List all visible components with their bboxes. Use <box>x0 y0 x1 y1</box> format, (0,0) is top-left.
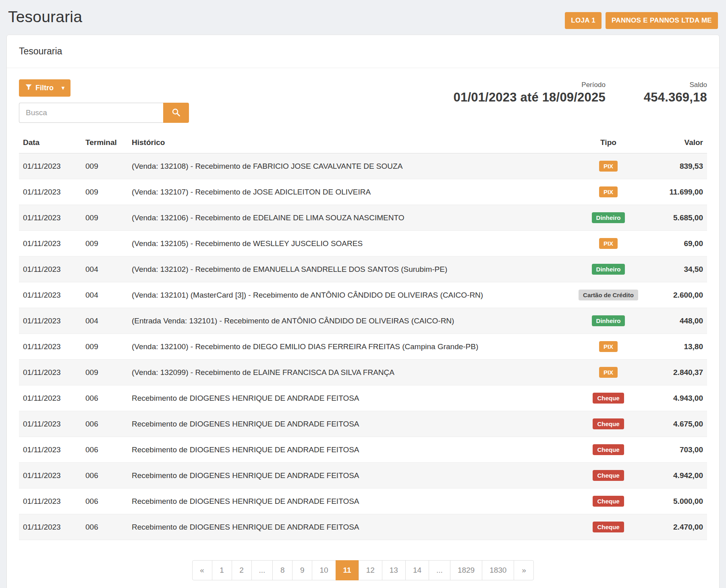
cell-valor: 448,00 <box>651 308 707 334</box>
cell-tipo: Cheque <box>566 489 651 514</box>
tipo-badge: Dinheiro <box>592 315 625 326</box>
tipo-badge: Cheque <box>593 470 624 481</box>
tipo-badge: Cheque <box>593 393 624 404</box>
cell-tipo: PIX <box>566 153 651 179</box>
cell-terminal: 004 <box>81 282 128 308</box>
cell-terminal: 006 <box>81 437 128 463</box>
cell-tipo: Cheque <box>566 411 651 437</box>
table-row: 01/11/2023006Recebimento de DIOGENES HEN… <box>19 463 707 489</box>
cell-historico: (Venda: 132099) - Recebimento de ELAINE … <box>128 360 566 385</box>
cell-terminal: 009 <box>81 179 128 205</box>
cell-historico: (Entrada Venda: 132101) - Recebimento de… <box>128 308 566 334</box>
cell-historico: (Venda: 132102) - Recebimento de EMANUEL… <box>128 257 566 282</box>
tipo-badge: Cheque <box>593 496 624 507</box>
cell-valor: 13,80 <box>651 334 707 360</box>
cell-data: 01/11/2023 <box>19 231 81 257</box>
cell-tipo: Dinheiro <box>566 205 651 231</box>
filters-row: Filtro ▼ Período 01/01/2023 até <box>7 68 719 125</box>
cell-valor: 2.470,00 <box>651 514 707 540</box>
cell-tipo: Cheque <box>566 463 651 489</box>
filter-button[interactable]: Filtro ▼ <box>19 79 71 97</box>
cell-data: 01/11/2023 <box>19 411 81 437</box>
tipo-badge: Dinheiro <box>592 264 625 275</box>
chevron-down-icon: ▼ <box>60 85 66 91</box>
cell-tipo: Cheque <box>566 437 651 463</box>
saldo-label: Saldo <box>644 81 707 89</box>
page-button[interactable]: 14 <box>405 560 429 580</box>
tipo-badge: PIX <box>599 238 618 249</box>
tipo-badge: PIX <box>599 161 618 172</box>
search-input[interactable] <box>19 103 163 123</box>
table-wrap: Data Terminal Histórico Tipo Valor 01/11… <box>7 125 719 580</box>
page-next-button[interactable]: » <box>514 560 534 580</box>
page-button[interactable]: 8 <box>272 560 292 580</box>
cell-historico: Recebimento de DIOGENES HENRIQUE DE ANDR… <box>128 489 566 514</box>
page-button[interactable]: 2 <box>232 560 252 580</box>
page-button[interactable]: 12 <box>359 560 382 580</box>
cell-tipo: PIX <box>566 334 651 360</box>
top-header: Tesouraria LOJA 1 PANNOS E PANNOS LTDA M… <box>6 6 720 35</box>
cell-historico: Recebimento de DIOGENES HENRIQUE DE ANDR… <box>128 463 566 489</box>
cell-historico: (Venda: 132106) - Recebimento de EDELAIN… <box>128 205 566 231</box>
column-header-historico: Histórico <box>128 132 566 153</box>
page-button[interactable]: 1830 <box>482 560 514 580</box>
cell-valor: 5.000,00 <box>651 489 707 514</box>
tipo-badge: PIX <box>599 341 618 352</box>
pagination: «12...891011121314...18291830» <box>19 560 707 580</box>
page-button[interactable]: 9 <box>292 560 312 580</box>
cell-data: 01/11/2023 <box>19 437 81 463</box>
table-header: Data Terminal Histórico Tipo Valor <box>19 132 707 153</box>
cell-valor: 2.600,00 <box>651 282 707 308</box>
period-label: Período <box>454 81 606 89</box>
cell-terminal: 009 <box>81 205 128 231</box>
tipo-badge: Cheque <box>593 444 624 455</box>
cell-terminal: 006 <box>81 411 128 437</box>
cell-terminal: 006 <box>81 385 128 411</box>
store-button[interactable]: LOJA 1 <box>565 12 602 29</box>
cell-tipo: Cheque <box>566 385 651 411</box>
cell-valor: 839,53 <box>651 153 707 179</box>
page-button[interactable]: 11 <box>336 560 359 580</box>
page-button[interactable]: 1 <box>212 560 232 580</box>
cell-data: 01/11/2023 <box>19 360 81 385</box>
cell-terminal: 006 <box>81 514 128 540</box>
page-button[interactable]: 13 <box>382 560 406 580</box>
table-row: 01/11/2023006Recebimento de DIOGENES HEN… <box>19 489 707 514</box>
tipo-badge: PIX <box>599 186 618 197</box>
page-prev-button[interactable]: « <box>192 560 212 580</box>
table-row: 01/11/2023004(Venda: 132101) (MasterCard… <box>19 282 707 308</box>
cell-data: 01/11/2023 <box>19 282 81 308</box>
cell-data: 01/11/2023 <box>19 334 81 360</box>
column-header-valor: Valor <box>651 132 707 153</box>
cell-historico: Recebimento de DIOGENES HENRIQUE DE ANDR… <box>128 411 566 437</box>
cell-valor: 4.943,00 <box>651 385 707 411</box>
search-button[interactable] <box>163 103 189 123</box>
cell-data: 01/11/2023 <box>19 308 81 334</box>
cell-valor: 5.685,00 <box>651 205 707 231</box>
table-row: 01/11/2023004(Venda: 132102) - Recebimen… <box>19 257 707 282</box>
cell-tipo: Cartão de Crédito <box>566 282 651 308</box>
tipo-badge: Cartão de Crédito <box>579 290 638 300</box>
cell-historico: (Venda: 132107) - Recebimento de JOSE AD… <box>128 179 566 205</box>
page-button[interactable]: 10 <box>312 560 336 580</box>
cell-terminal: 009 <box>81 153 128 179</box>
table-row: 01/11/2023009(Venda: 132107) - Recebimen… <box>19 179 707 205</box>
company-button[interactable]: PANNOS E PANNOS LTDA ME <box>606 12 718 29</box>
page-ellipsis: ... <box>429 560 450 580</box>
table-header-row: Data Terminal Histórico Tipo Valor <box>19 132 707 153</box>
filters-left: Filtro ▼ <box>19 79 189 123</box>
page-button[interactable]: 1829 <box>450 560 482 580</box>
table-row: 01/11/2023009(Venda: 132099) - Recebimen… <box>19 360 707 385</box>
table-row: 01/11/2023009(Venda: 132106) - Recebimen… <box>19 205 707 231</box>
cell-valor: 4.942,00 <box>651 463 707 489</box>
cell-data: 01/11/2023 <box>19 257 81 282</box>
table-body: 01/11/2023009(Venda: 132108) - Recebimen… <box>19 153 707 540</box>
cell-data: 01/11/2023 <box>19 514 81 540</box>
search-icon <box>172 108 180 118</box>
cell-tipo: Dinheiro <box>566 257 651 282</box>
summary-stats: Período 01/01/2023 até 18/09/2025 Saldo … <box>454 81 707 123</box>
table-row: 01/11/2023006Recebimento de DIOGENES HEN… <box>19 385 707 411</box>
cell-tipo: PIX <box>566 360 651 385</box>
filter-icon <box>25 84 32 92</box>
cell-tipo: Cheque <box>566 514 651 540</box>
